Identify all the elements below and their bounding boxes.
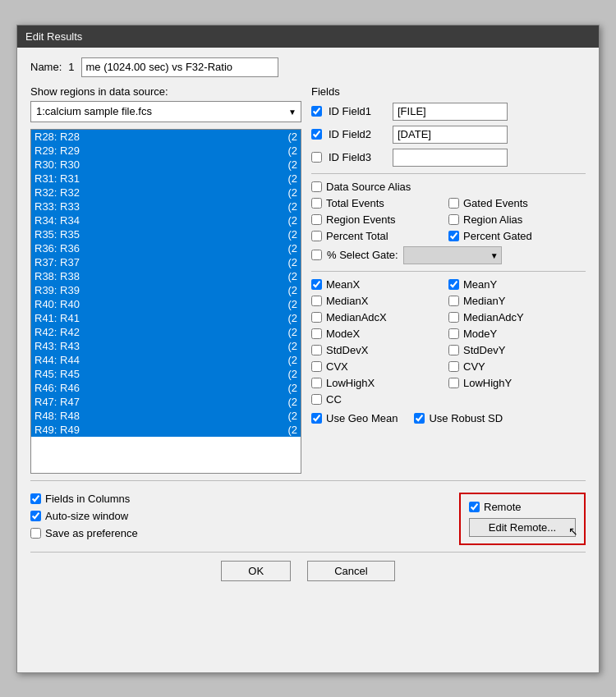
pct-select-gate-dropdown[interactable] — [403, 246, 502, 264]
edit-results-dialog: Edit Results Name: 1 Show regions in dat… — [16, 25, 600, 673]
list-item[interactable]: R34: R34(2 — [31, 213, 301, 227]
list-item[interactable]: R28: R28(2 — [31, 130, 301, 144]
list-item[interactable]: R32: R32(2 — [31, 186, 301, 199]
use-geo-mean-label: Use Geo Mean — [326, 412, 398, 424]
medianadcx-checkbox[interactable] — [311, 312, 322, 323]
medianx-checkbox[interactable] — [311, 296, 322, 306]
meanx-checkbox[interactable] — [311, 279, 322, 290]
use-geo-mean-checkbox[interactable] — [311, 413, 322, 424]
cvy-checkbox[interactable] — [448, 361, 459, 372]
fields-in-columns-checkbox[interactable] — [30, 493, 41, 504]
list-item[interactable]: R42: R42(2 — [31, 325, 301, 339]
medianadcy-label: MedianAdcY — [463, 311, 524, 323]
data-source-alias-checkbox[interactable] — [311, 181, 322, 192]
id-field2-label: ID Field2 — [329, 128, 386, 140]
percent-total-checkbox[interactable] — [311, 231, 322, 241]
id-field3-checkbox[interactable] — [311, 152, 322, 163]
pct-select-gate-checkbox[interactable] — [311, 250, 322, 260]
region-alias-label: Region Alias — [463, 213, 522, 226]
auto-size-window-label: Auto-size window — [45, 510, 128, 522]
stddevy-label: StdDevY — [463, 344, 505, 356]
total-events-label: Total Events — [326, 197, 384, 209]
modex-checkbox[interactable] — [311, 328, 322, 339]
modex-label: ModeX — [326, 328, 360, 340]
medianadcy-checkbox[interactable] — [448, 312, 459, 323]
list-item[interactable]: R44: R44(2 — [31, 353, 301, 367]
id-field1-checkbox[interactable] — [311, 106, 322, 117]
auto-size-window-checkbox[interactable] — [30, 511, 41, 521]
mediany-checkbox[interactable] — [448, 296, 459, 306]
meany-label: MeanY — [463, 278, 497, 291]
pct-select-gate-label: % Select Gate: — [327, 249, 398, 261]
modey-checkbox[interactable] — [448, 328, 459, 339]
lowhighx-checkbox[interactable] — [311, 378, 322, 388]
region-events-checkbox[interactable] — [311, 214, 322, 225]
list-item[interactable]: R36: R36(2 — [31, 241, 301, 255]
id-field1-input[interactable] — [393, 103, 508, 121]
medianadcx-label: MedianAdcX — [326, 311, 387, 323]
list-item[interactable]: R38: R38(2 — [31, 269, 301, 283]
list-item[interactable]: R45: R45(2 — [31, 367, 301, 381]
id-field1-label: ID Field1 — [329, 105, 386, 117]
list-item[interactable]: R37: R37(2 — [31, 255, 301, 269]
name-input[interactable] — [81, 57, 278, 77]
stddevy-checkbox[interactable] — [448, 345, 459, 355]
id-field3-label: ID Field3 — [329, 151, 386, 163]
use-robust-sd-checkbox[interactable] — [414, 413, 425, 424]
cvx-checkbox[interactable] — [311, 361, 322, 372]
list-item[interactable]: R39: R39(2 — [31, 283, 301, 297]
remote-label: Remote — [484, 501, 522, 513]
list-item[interactable]: R49: R49(2 — [31, 423, 301, 437]
list-item[interactable]: R33: R33(2 — [31, 199, 301, 213]
medianx-label: MedianX — [326, 295, 368, 307]
remote-section: Remote Edit Remote... ↖ — [459, 493, 586, 545]
remote-checkbox[interactable] — [469, 502, 480, 512]
gated-events-label: Gated Events — [463, 197, 528, 209]
title-bar: Edit Results — [17, 25, 599, 48]
data-source-alias-label: Data Source Alias — [326, 181, 411, 193]
lowhighy-checkbox[interactable] — [448, 378, 459, 388]
cvx-label: CVX — [326, 360, 348, 373]
percent-gated-label: Percent Gated — [463, 230, 532, 242]
region-alias-checkbox[interactable] — [448, 214, 459, 225]
list-item[interactable]: R48: R48(2 — [31, 409, 301, 423]
percent-gated-checkbox[interactable] — [448, 231, 459, 241]
use-robust-sd-label: Use Robust SD — [429, 412, 503, 424]
list-item[interactable]: R47: R47(2 — [31, 395, 301, 409]
regions-list[interactable]: R28: R28(2R29: R29(2R30: R30(2R31: R31(2… — [30, 129, 301, 474]
total-events-checkbox[interactable] — [311, 198, 322, 209]
region-events-label: Region Events — [326, 213, 396, 226]
list-item[interactable]: R29: R29(2 — [31, 144, 301, 158]
bottom-left: Fields in Columns Auto-size window Save … — [30, 493, 138, 543]
mediany-label: MedianY — [463, 295, 505, 307]
data-source-select[interactable]: 1:calcium sample file.fcs — [30, 101, 301, 122]
ok-button[interactable]: OK — [221, 561, 291, 581]
list-item[interactable]: R40: R40(2 — [31, 297, 301, 311]
edit-remote-button[interactable]: Edit Remote... ↖ — [469, 518, 576, 537]
save-as-preference-checkbox[interactable] — [30, 528, 41, 539]
modey-label: ModeY — [463, 328, 497, 340]
id-field2-input[interactable] — [393, 126, 508, 144]
lowhighx-label: LowHighX — [326, 377, 375, 389]
stddevx-checkbox[interactable] — [311, 345, 322, 355]
gated-events-checkbox[interactable] — [448, 198, 459, 209]
left-panel: Show regions in data source: 1:calcium s… — [30, 85, 301, 474]
percent-total-label: Percent Total — [326, 230, 388, 242]
cc-checkbox[interactable] — [311, 394, 322, 405]
list-item[interactable]: R41: R41(2 — [31, 311, 301, 325]
name-num: 1 — [68, 61, 74, 73]
id-field2-checkbox[interactable] — [311, 129, 322, 140]
list-item[interactable]: R46: R46(2 — [31, 381, 301, 395]
meany-checkbox[interactable] — [448, 279, 459, 290]
show-regions-label: Show regions in data source: — [30, 85, 301, 98]
list-item[interactable]: R43: R43(2 — [31, 339, 301, 353]
meanx-label: MeanX — [326, 278, 360, 291]
cancel-button[interactable]: Cancel — [307, 561, 394, 581]
lowhighy-label: LowHighY — [463, 377, 512, 389]
list-item[interactable]: R31: R31(2 — [31, 172, 301, 186]
cc-label: CC — [326, 393, 342, 406]
fields-title: Fields — [311, 85, 586, 98]
list-item[interactable]: R30: R30(2 — [31, 158, 301, 172]
id-field3-input[interactable] — [393, 149, 508, 167]
list-item[interactable]: R35: R35(2 — [31, 227, 301, 241]
